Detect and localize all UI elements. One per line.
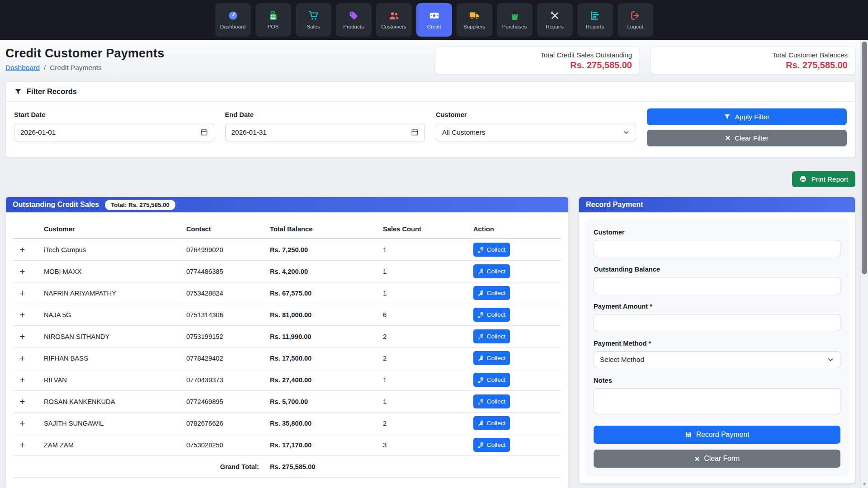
collect-button-label: Collect xyxy=(487,398,506,405)
record-payment-panel-header: Record Payment xyxy=(579,197,855,212)
grand-total-value: Rs. 275,585.00 xyxy=(265,463,378,470)
collect-button[interactable]: Collect xyxy=(473,243,510,257)
contact-cell: 0770439373 xyxy=(182,376,265,384)
col-sales-count: Sales Count xyxy=(378,225,469,233)
collect-button[interactable]: Collect xyxy=(473,373,510,387)
expand-row-button[interactable]: + xyxy=(13,267,39,276)
nav-item-label: Sales xyxy=(307,24,320,29)
collect-button-label: Collect xyxy=(487,311,506,318)
total-balance-cell: Rs. 4,200.00 xyxy=(265,268,378,275)
sales-count-cell: 1 xyxy=(378,290,469,297)
collect-button[interactable]: Collect xyxy=(473,329,510,343)
total-balance-cell: Rs. 35,800.00 xyxy=(265,420,378,427)
collect-button[interactable]: Collect xyxy=(473,286,510,300)
expand-row-button[interactable]: + xyxy=(13,332,39,341)
nav-item-credit[interactable]: Credit xyxy=(416,3,452,37)
notes-field[interactable] xyxy=(594,388,840,414)
breadcrumb: Dashboard / Credit Payments xyxy=(5,64,164,72)
page-scrollbar[interactable]: ▼ xyxy=(860,40,868,488)
save-icon xyxy=(685,431,692,438)
clear-filter-button[interactable]: ✕ Clear Filter xyxy=(647,130,847,146)
expand-row-button[interactable]: + xyxy=(13,288,39,298)
customer-field[interactable] xyxy=(594,240,840,257)
nav-item-logout[interactable]: Logout xyxy=(618,3,653,37)
col-action: Action xyxy=(469,225,561,233)
x-icon: ✕ xyxy=(725,135,731,141)
payment-amount-field[interactable] xyxy=(594,314,840,331)
collect-button[interactable]: Collect xyxy=(473,351,510,365)
sales-count-cell: 1 xyxy=(378,268,469,275)
outstanding-balance-field[interactable] xyxy=(594,277,840,294)
collect-button[interactable]: Collect xyxy=(473,416,510,430)
shopping-bag-icon xyxy=(509,10,520,21)
credit-sales-row: +ZAM ZAM0753028250Rs. 17,170.003Collect xyxy=(13,434,561,456)
expand-row-button[interactable]: + xyxy=(13,375,39,385)
customer-name-cell: NAJA 5G xyxy=(39,311,182,319)
notes-label: Notes xyxy=(594,377,840,384)
users-icon xyxy=(389,10,399,21)
start-date-input[interactable]: 2026-01-01 xyxy=(14,123,214,141)
nav-item-purchases[interactable]: Purchases xyxy=(497,3,533,37)
breadcrumb-dashboard-link[interactable]: Dashboard xyxy=(5,64,40,72)
print-report-button[interactable]: Print Report xyxy=(792,171,855,187)
funnel-icon xyxy=(724,113,731,120)
credit-sales-row: +iTech Campus0764999020Rs. 7,250.001Coll… xyxy=(13,239,561,261)
expand-row-button[interactable]: + xyxy=(13,353,39,363)
record-payment-button[interactable]: Record Payment xyxy=(594,426,840,444)
sales-count-cell: 1 xyxy=(378,246,469,253)
apply-filter-button[interactable]: Apply Filter xyxy=(647,108,847,125)
payment-method-select[interactable]: Select Method xyxy=(594,351,840,368)
chevron-down-icon xyxy=(623,129,630,136)
table-header-row: Customer Contact Total Balance Sales Cou… xyxy=(13,220,561,239)
sales-count-cell: 2 xyxy=(378,355,469,362)
expand-row-button[interactable]: + xyxy=(13,397,39,406)
nav-item-pos[interactable]: POS xyxy=(255,3,291,37)
clear-form-label: Clear Form xyxy=(704,455,740,463)
credit-sales-row: +NIROSAN SITHANDY0753199152Rs. 11,990.00… xyxy=(13,326,561,347)
hand-dollar-icon xyxy=(478,399,484,405)
nav-item-suppliers[interactable]: Suppliers xyxy=(457,3,492,37)
total-balance-cell: Rs. 17,500.00 xyxy=(265,355,378,362)
col-total-balance: Total Balance xyxy=(265,225,378,233)
customer-filter-select[interactable]: All Customers xyxy=(436,123,636,141)
summary-cards: Total Credit Sales Outstanding Rs. 275,5… xyxy=(435,47,855,75)
total-customer-balances-label: Total Customer Balances xyxy=(658,51,848,59)
clear-form-button[interactable]: ✕ Clear Form xyxy=(594,450,840,468)
nav-item-products[interactable]: Products xyxy=(336,3,372,37)
scrollbar-thumb[interactable] xyxy=(862,42,867,274)
nav-item-repairs[interactable]: Repairs xyxy=(537,3,573,37)
customer-filter-label: Customer xyxy=(436,111,636,118)
credit-sales-row: +RILVAN0770439373Rs. 27,400.001Collect xyxy=(13,369,561,391)
total-credit-sales-card: Total Credit Sales Outstanding Rs. 275,5… xyxy=(435,47,640,75)
nav-item-customers[interactable]: Customers xyxy=(376,3,412,37)
total-customer-balances-card: Total Customer Balances Rs. 275,585.00 xyxy=(651,47,855,75)
total-balance-cell: Rs. 27,400.00 xyxy=(265,376,378,384)
collect-button-label: Collect xyxy=(487,290,506,296)
nav-item-label: Credit xyxy=(427,24,441,29)
collect-button[interactable]: Collect xyxy=(473,264,510,278)
collect-button[interactable]: Collect xyxy=(473,394,510,408)
customer-name-cell: ZAM ZAM xyxy=(39,441,182,449)
action-cell: Collect xyxy=(469,329,561,343)
end-date-label: End Date xyxy=(225,111,425,118)
expand-row-button[interactable]: + xyxy=(13,418,39,428)
expand-row-button[interactable]: + xyxy=(13,245,39,254)
tags-icon xyxy=(349,10,359,21)
collect-button-label: Collect xyxy=(487,441,506,448)
calendar-icon[interactable] xyxy=(200,128,208,136)
hand-dollar-icon xyxy=(478,442,484,448)
collect-button[interactable]: Collect xyxy=(473,308,510,322)
nav-item-sales[interactable]: Sales xyxy=(296,3,331,37)
nav-item-reports[interactable]: Reports xyxy=(577,3,613,37)
collect-button[interactable]: Collect xyxy=(473,438,510,452)
customer-name-cell: RIFHAN BASS xyxy=(39,355,182,362)
nav-item-dashboard[interactable]: Dashboard xyxy=(215,3,251,37)
scrollbar-down-arrow[interactable]: ▼ xyxy=(861,481,868,487)
action-cell: Collect xyxy=(469,438,561,452)
expand-row-button[interactable]: + xyxy=(13,440,39,450)
end-date-input[interactable]: 2026-01-31 xyxy=(225,123,425,141)
customer-name-cell: NIROSAN SITHANDY xyxy=(39,333,182,340)
calendar-icon[interactable] xyxy=(411,128,419,136)
collect-button-label: Collect xyxy=(487,355,506,361)
expand-row-button[interactable]: + xyxy=(13,310,39,319)
